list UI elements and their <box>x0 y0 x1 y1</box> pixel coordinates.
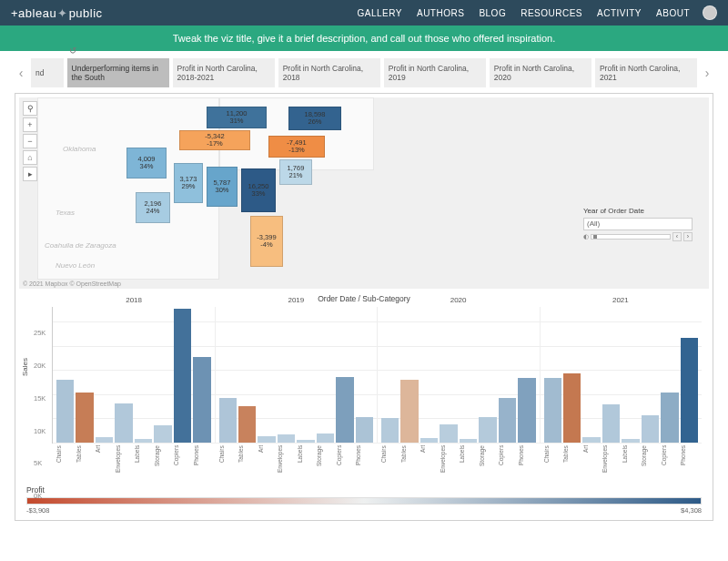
story-next-button[interactable]: › <box>701 66 713 80</box>
slider-prev-button[interactable]: ‹ <box>672 232 682 241</box>
bar-mark[interactable] <box>518 378 535 443</box>
story-tab-nc-2018[interactable]: Profit in North Carolina, 2018 <box>278 58 380 87</box>
map-search-button[interactable]: ⚲ <box>23 101 37 116</box>
bar-chart[interactable]: Order Date / Sub-Category Sales 20182019… <box>19 294 709 476</box>
x-tick-label: Envelopes <box>440 445 458 473</box>
bar-mark[interactable] <box>544 378 561 443</box>
year-filter-slider[interactable] <box>591 234 671 240</box>
x-tick-label: Storage <box>154 445 172 473</box>
y-tick-label: 5K <box>34 459 42 467</box>
bar-mark[interactable] <box>479 417 496 443</box>
bar-mark[interactable] <box>681 338 698 443</box>
bar-mark[interactable] <box>460 439 477 443</box>
map-play-button[interactable]: ▸ <box>23 167 37 181</box>
map-home-button[interactable]: ⌂ <box>23 150 37 165</box>
x-tick-label: Art <box>582 445 601 473</box>
bar-mark[interactable] <box>174 309 191 443</box>
x-tick-label: Labels <box>622 445 640 473</box>
story-tab-label: Profit in North Carolina, 2019 <box>389 64 481 82</box>
y-axis-label: Sales <box>21 358 29 376</box>
bar-mark[interactable] <box>193 357 210 443</box>
story-tabs: nd ↺ Underperforming items in the South … <box>31 58 697 87</box>
bar-mark[interactable] <box>356 417 373 443</box>
brand-logo[interactable]: +ableau✦public <box>11 6 103 20</box>
state-mark[interactable]: 18,59826% <box>288 107 341 130</box>
bar-mark[interactable] <box>56 380 74 443</box>
x-tick-label: Tables <box>76 445 94 473</box>
story-tab-underperforming[interactable]: ↺ Underperforming items in the South <box>67 58 169 87</box>
bar-mark[interactable] <box>381 418 399 443</box>
state-mark[interactable]: -5,342-17% <box>179 130 250 150</box>
nav-authors[interactable]: AUTHORS <box>417 8 464 18</box>
bar-mark[interactable] <box>499 398 516 443</box>
x-tick-label: Tables <box>562 445 581 473</box>
nav-gallery[interactable]: GALLERY <box>358 8 402 18</box>
bar-mark[interactable] <box>661 393 678 443</box>
bar-mark[interactable] <box>135 439 152 443</box>
x-tick-label: Art <box>420 445 438 473</box>
bar-mark[interactable] <box>642 415 659 443</box>
bar-mark[interactable] <box>400 380 418 443</box>
legend-title: Profit <box>26 485 702 495</box>
bar-mark[interactable] <box>563 373 581 443</box>
nav-about[interactable]: ABOUT <box>656 8 690 18</box>
bar-mark[interactable] <box>258 436 275 443</box>
revert-icon[interactable]: ↺ <box>69 46 76 56</box>
story-tab-nc-2019[interactable]: Profit in North Carolina, 2019 <box>384 58 486 87</box>
map-toolbar: ⚲ + − ⌂ ▸ <box>23 101 37 181</box>
user-avatar[interactable] <box>703 5 717 20</box>
top-bar: +ableau✦public GALLERY AUTHORS BLOG RESO… <box>0 0 728 26</box>
state-mark[interactable]: 3,17329% <box>174 163 203 203</box>
story-prev-button[interactable]: ‹ <box>15 66 27 80</box>
chart-plot-area: 2018201920202021 <box>52 307 702 444</box>
bar-mark[interactable] <box>238 406 256 443</box>
map-zoom-out-button[interactable]: − <box>23 134 37 148</box>
x-tick-label: Art <box>258 445 276 473</box>
nav-resources[interactable]: RESOURCES <box>521 8 582 18</box>
bar-mark[interactable] <box>76 393 93 443</box>
bar-mark[interactable] <box>278 434 295 443</box>
map-zoom-in-button[interactable]: + <box>23 117 37 132</box>
story-tab-fragment[interactable]: nd <box>31 58 64 87</box>
bar-mark[interactable] <box>622 439 639 443</box>
bar-mark[interactable] <box>115 403 132 443</box>
bar-mark[interactable] <box>154 425 171 443</box>
state-mark[interactable]: -7,491-13% <box>268 136 325 158</box>
state-mark[interactable]: 11,20031% <box>207 107 267 128</box>
brand-text-a: +ableau <box>11 6 56 20</box>
bar-mark[interactable] <box>582 437 600 443</box>
x-tick-label: Phones <box>355 445 373 473</box>
year-filter-panel: Year of Order Date (All) ◐ ‹ › <box>583 207 693 241</box>
year-filter-select[interactable]: (All) <box>583 218 693 230</box>
state-mark[interactable]: 16,25033% <box>241 168 276 212</box>
bar-mark[interactable] <box>317 434 334 443</box>
legend-gradient <box>26 497 702 505</box>
story-tab-nc-all[interactable]: Profit in North Carolina, 2018-2021 <box>173 58 275 87</box>
x-tick-label: Labels <box>134 445 152 473</box>
edit-banner: Tweak the viz title, give it a brief des… <box>0 26 728 51</box>
year-header: 2018 <box>53 296 215 304</box>
nav-blog[interactable]: BLOG <box>479 8 506 18</box>
story-tab-nc-2021[interactable]: Profit in North Carolina, 2021 <box>595 58 697 87</box>
state-mark[interactable]: 5,78730% <box>207 167 238 207</box>
story-tab-label: Profit in North Carolina, 2021 <box>600 64 693 82</box>
top-navigation: GALLERY AUTHORS BLOG RESOURCES ACTIVITY … <box>358 8 690 18</box>
profit-legend: Profit -$3,908 $4,308 <box>19 482 709 516</box>
legend-min-label: -$3,908 <box>26 506 49 515</box>
state-mark[interactable]: 2,19624% <box>136 192 170 223</box>
map-view[interactable]: ⚲ + − ⌂ ▸ 4,00934%2,19624%3,17329%5,7873… <box>19 97 709 289</box>
bar-mark[interactable] <box>602 404 620 443</box>
state-mark[interactable]: 1,76921% <box>279 159 312 185</box>
bar-mark[interactable] <box>336 377 353 443</box>
nav-activity[interactable]: ACTIVITY <box>597 8 642 18</box>
bar-mark[interactable] <box>420 438 438 443</box>
slider-handle-icon: ◐ <box>583 233 589 240</box>
bar-mark[interactable] <box>96 437 113 443</box>
state-mark[interactable]: -3,399-4% <box>250 216 283 267</box>
state-mark[interactable]: 4,00934% <box>126 148 167 178</box>
bar-mark[interactable] <box>219 398 237 443</box>
slider-next-button[interactable]: › <box>683 232 693 241</box>
bar-mark[interactable] <box>297 440 314 443</box>
story-tab-nc-2020[interactable]: Profit in North Carolina, 2020 <box>490 58 592 87</box>
bar-mark[interactable] <box>440 424 457 443</box>
